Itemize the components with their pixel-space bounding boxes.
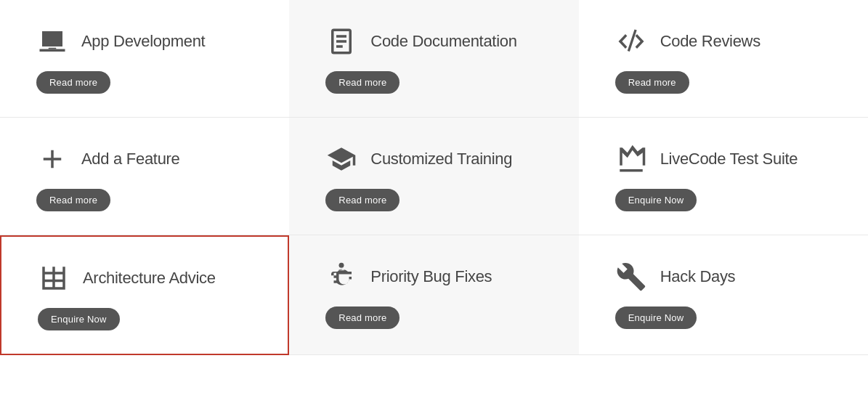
livecode-test-suite-title: LiveCode Test Suite	[660, 150, 798, 169]
code-icon	[615, 26, 647, 57]
hack-days-title: Hack Days	[660, 267, 736, 286]
code-reviews-title: Code Reviews	[660, 32, 760, 51]
app-development-button[interactable]: Read more	[36, 71, 110, 94]
cell-add-feature: Add a Feature Read more	[0, 118, 289, 235]
cell-header: Code Documentation	[325, 26, 549, 57]
bug-icon	[325, 261, 357, 292]
app-development-title: App Development	[81, 32, 205, 51]
svg-rect-0	[49, 48, 57, 49]
building-icon	[38, 263, 70, 293]
cell-header: Customized Training	[325, 144, 549, 174]
cell-header: Add a Feature	[36, 144, 260, 174]
cell-hack-days: Hack Days Enquire Now	[579, 235, 868, 355]
laptop-icon	[36, 26, 68, 57]
services-grid: App Development Read more Code Documenta…	[0, 0, 868, 355]
graduation-icon	[325, 144, 357, 174]
cell-app-development: App Development Read more	[0, 0, 289, 118]
add-feature-title: Add a Feature	[81, 150, 180, 169]
plus-icon	[36, 144, 68, 174]
code-documentation-title: Code Documentation	[370, 32, 516, 51]
book-icon	[325, 26, 357, 57]
cell-priority-bug-fixes: Priority Bug Fixes Read more	[289, 235, 578, 355]
add-feature-button[interactable]: Read more	[36, 189, 110, 211]
cell-customized-training: Customized Training Read more	[289, 118, 578, 235]
architecture-advice-button[interactable]: Enquire Now	[38, 308, 120, 330]
cell-header: LiveCode Test Suite	[615, 144, 839, 174]
chart-icon	[615, 144, 647, 174]
priority-bug-fixes-title: Priority Bug Fixes	[370, 267, 492, 286]
cell-header: Priority Bug Fixes	[325, 261, 549, 292]
hack-days-button[interactable]: Enquire Now	[615, 306, 697, 329]
code-reviews-button[interactable]: Read more	[615, 71, 689, 94]
cell-header: Hack Days	[615, 261, 839, 292]
wrench-icon	[615, 261, 647, 292]
architecture-advice-title: Architecture Advice	[83, 269, 216, 288]
svg-point-1	[339, 263, 344, 268]
cell-code-documentation: Code Documentation Read more	[289, 0, 578, 118]
customized-training-button[interactable]: Read more	[325, 189, 399, 211]
code-documentation-button[interactable]: Read more	[325, 71, 399, 94]
livecode-test-suite-button[interactable]: Enquire Now	[615, 189, 697, 211]
cell-header: Architecture Advice	[38, 263, 259, 293]
cell-header: App Development	[36, 26, 260, 57]
cell-livecode-test-suite: LiveCode Test Suite Enquire Now	[579, 118, 868, 235]
cell-code-reviews: Code Reviews Read more	[579, 0, 868, 118]
cell-architecture-advice: Architecture Advice Enquire Now	[0, 235, 289, 355]
priority-bug-fixes-button[interactable]: Read more	[325, 306, 399, 329]
customized-training-title: Customized Training	[370, 150, 512, 169]
cell-header: Code Reviews	[615, 26, 839, 57]
